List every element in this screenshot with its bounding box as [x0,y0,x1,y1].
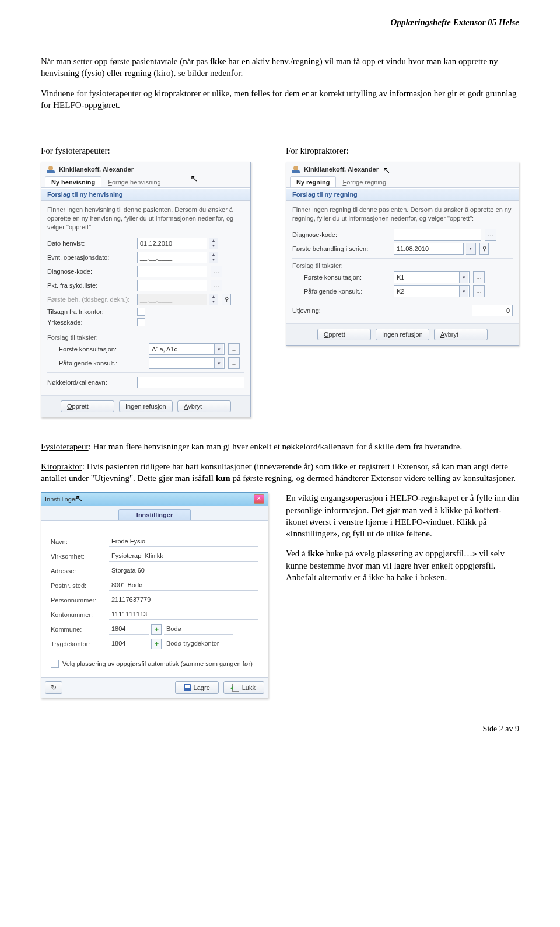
checkbox-plassering[interactable] [51,660,59,668]
tab-ny-regning[interactable]: Ny regning [290,176,336,187]
btn-label: Lagre [194,684,210,691]
text: på første regning, og dermed håndterer E… [230,473,516,483]
person-icon [291,165,300,174]
tab-innstillinger[interactable]: Innstillinger [118,509,191,520]
checkbox-tilsagn[interactable] [137,308,145,316]
dropdown-pafolg-konsult[interactable]: K2 [394,285,470,297]
right-para-1: En viktig engangsoperasjon i HELFO-regns… [286,492,519,539]
input-kontonummer[interactable]: 1111111113 [109,609,258,620]
settings-window: Innstillinger ↖ ✕ Innstillinger Navn:Fro… [41,492,268,698]
opprett-button[interactable]: OpprettOpprett [317,329,371,340]
browse-button[interactable]: … [228,357,240,369]
tab-forrige-henvisning[interactable]: FForrige henvisningorrige henvisning [102,176,167,187]
spinner[interactable]: ▲▼ [209,238,218,249]
input-utjevning[interactable]: 0 [472,305,513,316]
col-label-kiro: For kiropraktorer: [286,146,519,156]
dropdown-pafolg-konsult[interactable] [149,357,225,369]
tab-forrige-regning[interactable]: Forrige regningForrige regning [336,176,393,187]
label-postnr: Postnr. sted: [51,582,109,589]
input-diagnose-kode[interactable] [394,229,481,241]
label-forslag-takster: Forslag til takster: [292,262,513,269]
page-header: Opplæringshefte Extensor 05 Helse [41,18,519,27]
disk-icon [184,684,191,691]
label-yrkesskade: Yrkesskade: [47,319,135,326]
input-virksomhet[interactable]: Fysioterapi Klinikk [109,550,258,562]
text: Når man setter opp første pasientavtale … [41,57,210,66]
strip-forslag: Forslag til ny henvisning [41,188,250,201]
label-tilsagn: Tilsagn fra tr.kontor: [47,308,135,315]
middle-para-fysio: Fysioterapeut: Har man flere henvisninge… [41,441,519,452]
input-evnt-op[interactable]: __.__.____ [137,252,207,263]
input-forste-beh-serien[interactable]: 11.08.2010 [394,243,464,255]
browse-button[interactable]: … [211,266,222,277]
browse-button[interactable]: … [473,271,485,283]
kiro-window: Kinklianekoff, Alexander ↖ Ny regning Fo… [286,162,519,346]
tab-label: FForrige henvisningorrige henvisning [108,179,161,186]
label-navn: Navn: [51,538,109,545]
label-nokkelord: Nøkkelord/kallenavn: [47,379,135,386]
add-button[interactable]: ＋ [151,624,162,635]
input-dato-henvist[interactable]: 01.12.2010 [137,238,207,249]
close-icon[interactable]: ✕ [254,494,264,504]
label-dato-henvist: Dato henvist: [47,240,135,247]
text-bold: ikke [308,549,324,558]
label-pafolg-konsult: Påfølgende konsult.: [47,360,146,367]
btn-label: pprett [72,403,89,410]
label-forste-konsult: Første konsultasjon: [292,274,391,281]
input-kommune-navn[interactable]: Bodø [164,623,233,635]
label-forste-beh: Første beh. (tidsbegr. dekn.): [47,296,135,303]
avbryt-button[interactable]: AvbrytAvbryt [434,329,488,340]
refresh-icon[interactable]: ↻ [45,681,62,694]
patient-name: Kinklianekoff, Alexander [304,166,379,173]
text-bold-underline: kun [216,473,230,483]
spinner: ▲▼ [209,294,218,305]
pin-icon[interactable]: ⚲ [222,294,231,305]
avbryt-button[interactable]: AvbrytAvbryt [177,400,231,412]
input-diagnose-kode[interactable] [137,266,207,277]
label-diagnose-kode: Diagnose-kode: [292,231,391,238]
input-kommune[interactable]: 1804 [109,623,149,635]
date-dropdown[interactable]: ▾ [466,243,476,255]
browse-button[interactable]: … [211,280,222,291]
label-personnummer: Personnummer: [51,597,109,604]
text-underline: Fysioterapeut [41,442,89,451]
ingen-refusjon-button[interactable]: Ingen refusjon [119,400,173,412]
label-pkt-syk: Pkt. fra sykd.liste: [47,282,135,289]
add-button[interactable]: ＋ [151,639,162,649]
right-para-2: Ved å ikke huke på «velg plassering av o… [286,548,519,583]
input-trygdekontor[interactable]: 1804 [109,638,149,649]
input-personnummer[interactable]: 21117637779 [109,594,258,605]
label-forste-beh-serien: Første behandling i serien: [292,245,391,252]
input-adresse[interactable]: Storgata 60 [109,565,258,576]
door-icon [232,684,239,692]
ingen-refusjon-button[interactable]: Ingen refusjon [376,329,429,340]
browse-button[interactable]: … [485,229,496,241]
settings-window-title: Innstillinger [45,496,78,503]
label-kommune: Kommune: [51,626,109,633]
tab-ny-henvisning[interactable]: Ny henvisning [45,176,102,187]
label-kontonummer: Kontonummer: [51,611,109,618]
lagre-button[interactable]: Lagre [175,681,219,694]
checkbox-yrkes[interactable] [137,318,145,326]
text: Ved å [286,549,308,558]
input-postnr[interactable]: 8001 Bodø [109,580,258,591]
fysio-window: Kinklianekoff, Alexander ↖ Ny henvisning… [41,162,251,417]
dropdown-forste-konsult[interactable]: A1a, A1c [149,343,225,355]
label-diagnose-kode: Diagnose-kode: [47,268,135,275]
text-bold: ikke [210,57,226,66]
input-trygdekontor-navn[interactable]: Bodø trygdekontor [164,638,233,649]
input-navn[interactable]: Frode Fysio [109,536,258,547]
dropdown-forste-konsult[interactable]: K1 [394,271,470,283]
opprett-button[interactable]: OpprettOpprett [61,400,114,412]
input-nokkelord[interactable] [137,377,244,388]
browse-button[interactable]: … [228,343,240,355]
browse-button[interactable]: … [473,285,485,297]
lukk-button[interactable]: Lukk [223,681,264,694]
label-utjevning: Utjevning: [292,307,380,314]
label-forste-konsult: Første konsultasjon: [47,346,146,353]
label-forslag-takster: Forslag til takster: [47,334,244,341]
person-icon [46,165,55,174]
input-pkt-syk[interactable] [137,280,207,291]
pin-icon[interactable]: ⚲ [480,243,489,255]
spinner[interactable]: ▲▼ [209,252,218,263]
